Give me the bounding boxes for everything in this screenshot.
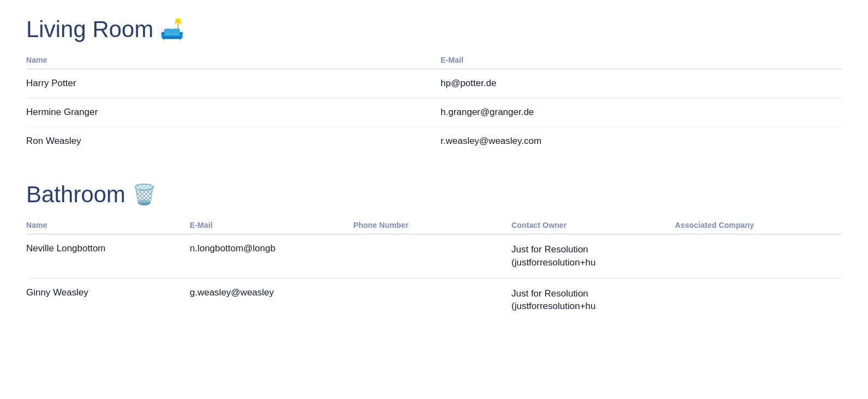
bathroom-title-text: Bathroom: [26, 182, 125, 208]
bathroom-name-cell: Neville Longbottom: [26, 234, 190, 279]
living-room-email-cell: r.weasley@weasley.com: [441, 127, 842, 156]
bathroom-col-name: Name: [26, 217, 190, 234]
table-row: Harry Potterhp@potter.de: [26, 69, 842, 98]
bathroom-email-cell: g.weasley@weasley: [190, 278, 353, 322]
table-row: Ron Weasleyr.weasley@weasley.com: [26, 127, 842, 156]
bathroom-title: Bathroom 🗑️: [26, 182, 842, 208]
living-room-email-cell: h.granger@granger.de: [441, 98, 842, 127]
living-room-title: Living Room 🛋️: [26, 16, 842, 43]
living-room-col-name: Name: [26, 52, 441, 69]
living-room-name-cell: Ron Weasley: [26, 127, 441, 156]
bathroom-company-cell: [675, 278, 842, 322]
bathroom-icon: 🗑️: [132, 183, 156, 206]
bathroom-email-cell: n.longbottom@longb: [190, 234, 353, 279]
bathroom-phone-cell: [353, 278, 511, 322]
living-room-email-cell: hp@potter.de: [441, 69, 842, 98]
bathroom-col-owner: Contact Owner: [511, 217, 675, 234]
bathroom-col-phone: Phone Number: [353, 217, 511, 234]
bathroom-name-cell: Ginny Weasley: [26, 278, 190, 322]
table-row: Ginny Weasleyg.weasley@weasleyJust for R…: [26, 278, 842, 322]
living-room-table: Name E-Mail Harry Potterhp@potter.deHerm…: [26, 52, 842, 155]
living-room-title-text: Living Room: [26, 16, 153, 43]
living-room-header-row: Name E-Mail: [26, 52, 842, 69]
living-room-icon: 🛋️: [160, 18, 184, 41]
bathroom-header-row: Name E-Mail Phone Number Contact Owner A…: [26, 217, 842, 234]
bathroom-company-cell: [675, 234, 842, 279]
bathroom-table: Name E-Mail Phone Number Contact Owner A…: [26, 217, 842, 322]
living-room-name-cell: Hermine Granger: [26, 98, 441, 127]
bathroom-col-company: Associated Company: [675, 217, 842, 234]
living-room-section: Living Room 🛋️ Name E-Mail Harry Potterh…: [26, 16, 842, 155]
bathroom-section: Bathroom 🗑️ Name E-Mail Phone Number Con…: [26, 182, 842, 322]
bathroom-owner-cell: Just for Resolution(justforresolution+hu: [511, 278, 675, 322]
table-row: Hermine Grangerh.granger@granger.de: [26, 98, 842, 127]
living-room-name-cell: Harry Potter: [26, 69, 441, 98]
table-row: Neville Longbottomn.longbottom@longbJust…: [26, 234, 842, 279]
living-room-col-email: E-Mail: [441, 52, 842, 69]
bathroom-owner-cell: Just for Resolution(justforresolution+hu: [511, 234, 675, 279]
bathroom-col-email: E-Mail: [190, 217, 353, 234]
bathroom-phone-cell: [353, 234, 511, 279]
